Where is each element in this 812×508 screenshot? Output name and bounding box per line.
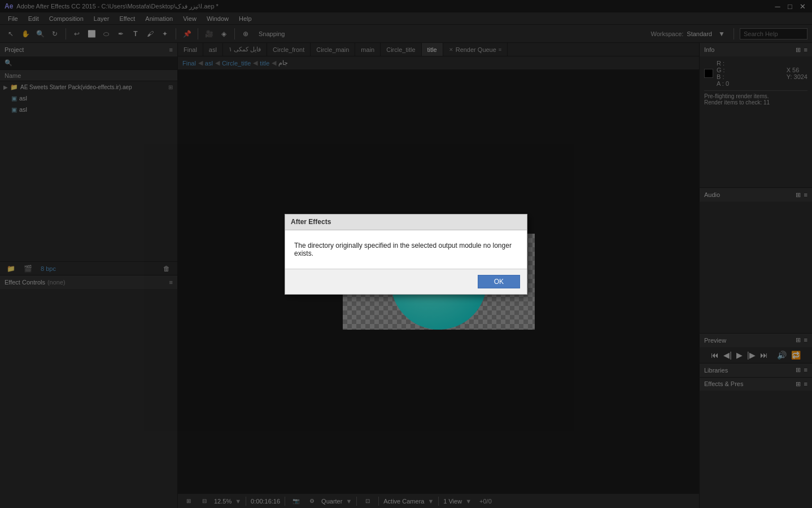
dialog-title-bar: After Effects <box>285 214 527 230</box>
dialog-title-text: After Effects <box>291 218 331 226</box>
dialog-footer: OK <box>285 269 527 294</box>
dialog: After Effects The directory originally s… <box>285 214 527 295</box>
dialog-ok-button[interactable]: OK <box>478 275 520 288</box>
dialog-message: The directory originally specified in th… <box>294 242 512 257</box>
dialog-overlay: After Effects The directory originally s… <box>0 0 812 508</box>
dialog-body: The directory originally specified in th… <box>285 230 527 269</box>
